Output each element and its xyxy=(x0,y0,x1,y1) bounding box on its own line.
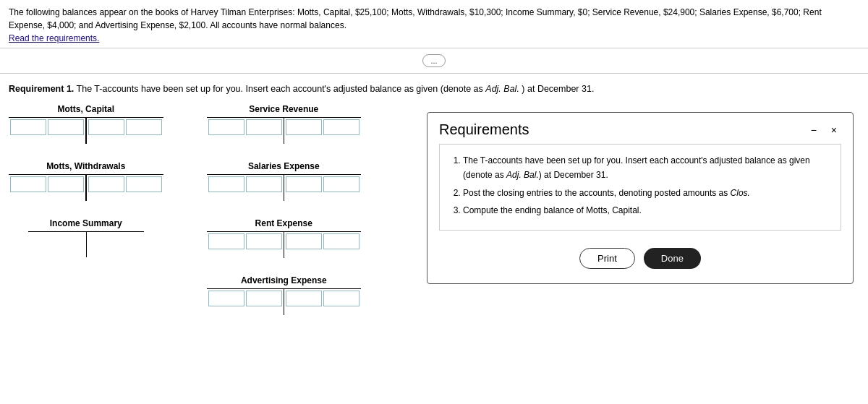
dialog-footer: Print Done xyxy=(427,242,853,283)
dialog-title: Requirements xyxy=(439,121,529,138)
dialog-item-1: The T-accounts have been set up for you.… xyxy=(463,153,829,183)
salaries-expense-left xyxy=(207,175,284,194)
dialog-minimize-button[interactable]: − xyxy=(807,123,821,137)
advertising-expense-t-line xyxy=(207,288,362,315)
t-account-service-revenue: Service Revenue xyxy=(207,104,362,144)
motts-capital-left xyxy=(9,118,85,137)
dialog-item-2: Post the closing entries to the accounts… xyxy=(463,186,829,200)
motts-capital-title: Motts, Capital xyxy=(57,104,114,114)
motts-capital-t-line xyxy=(9,117,163,144)
motts-withdrawals-right xyxy=(87,175,163,194)
rent-expense-right-2[interactable] xyxy=(323,233,359,249)
service-revenue-right-1[interactable] xyxy=(286,119,322,135)
salaries-expense-t-line xyxy=(207,174,362,201)
ellipsis-button[interactable]: ... xyxy=(422,54,445,67)
motts-withdrawals-t-line xyxy=(9,174,163,201)
dialog-item-3: Compute the ending balance of Motts, Cap… xyxy=(463,203,829,218)
done-button[interactable]: Done xyxy=(644,248,701,269)
advertising-expense-left-2[interactable] xyxy=(246,291,282,306)
salaries-expense-left-1[interactable] xyxy=(208,176,244,192)
requirements-dialog: Requirements − × The T-accounts have bee… xyxy=(427,112,854,284)
motts-withdrawals-left-2[interactable] xyxy=(48,176,84,192)
income-summary-t-structure xyxy=(28,231,144,257)
rent-expense-left xyxy=(207,232,284,251)
service-revenue-right xyxy=(284,118,361,137)
dialog-controls: − × xyxy=(807,123,841,137)
salaries-expense-right-2[interactable] xyxy=(323,176,359,192)
rent-expense-right xyxy=(284,232,361,251)
left-column: Motts, Capital Motts, Withdrawals xyxy=(9,104,163,315)
rent-expense-left-1[interactable] xyxy=(208,233,244,249)
motts-withdrawals-left-1[interactable] xyxy=(10,176,46,192)
t-account-motts-capital: Motts, Capital xyxy=(9,104,163,144)
motts-withdrawals-right-2[interactable] xyxy=(126,176,162,192)
print-button[interactable]: Print xyxy=(579,248,635,269)
advertising-expense-right-2[interactable] xyxy=(323,291,359,306)
income-summary-vertical xyxy=(86,232,88,257)
t-account-advertising-expense: Advertising Expense xyxy=(207,275,362,315)
service-revenue-left xyxy=(207,118,284,137)
rent-expense-t-line xyxy=(207,231,362,258)
motts-capital-left-1[interactable] xyxy=(10,119,46,135)
motts-capital-right-1[interactable] xyxy=(88,119,124,135)
motts-capital-right xyxy=(87,118,163,137)
requirement1-label: Requirement 1. The T-accounts have been … xyxy=(9,84,859,94)
motts-withdrawals-title: Motts, Withdrawals xyxy=(46,161,125,171)
advertising-expense-title: Advertising Expense xyxy=(241,275,327,285)
description-text: The following balances appear on the boo… xyxy=(9,6,859,32)
advertising-expense-left xyxy=(207,289,284,308)
service-revenue-right-2[interactable] xyxy=(323,119,359,135)
salaries-expense-right xyxy=(284,175,361,194)
motts-capital-left-2[interactable] xyxy=(48,119,84,135)
dialog-header: Requirements − × xyxy=(427,113,853,144)
motts-withdrawals-left xyxy=(9,175,85,194)
rent-expense-right-1[interactable] xyxy=(286,233,322,249)
service-revenue-left-2[interactable] xyxy=(246,119,282,135)
t-account-rent-expense: Rent Expense xyxy=(207,218,362,258)
right-column: Service Revenue Salaries Expense xyxy=(207,104,362,315)
header-section: The following balances appear on the boo… xyxy=(0,0,868,48)
salaries-expense-right-1[interactable] xyxy=(286,176,322,192)
advertising-expense-right-1[interactable] xyxy=(286,291,322,306)
motts-withdrawals-right-1[interactable] xyxy=(88,176,124,192)
dialog-close-button[interactable]: × xyxy=(827,123,841,137)
advertising-expense-left-1[interactable] xyxy=(208,291,244,306)
requirements-link[interactable]: Read the requirements. xyxy=(9,33,99,43)
salaries-expense-title: Salaries Expense xyxy=(248,161,320,171)
motts-capital-right-2[interactable] xyxy=(126,119,162,135)
rent-expense-title: Rent Expense xyxy=(255,218,312,228)
salaries-expense-left-2[interactable] xyxy=(246,176,282,192)
divider-row: ... xyxy=(0,48,868,74)
service-revenue-t-line xyxy=(207,117,362,144)
service-revenue-left-1[interactable] xyxy=(208,119,244,135)
t-account-motts-withdrawals: Motts, Withdrawals xyxy=(9,161,163,201)
advertising-expense-right xyxy=(284,289,361,308)
income-summary-title: Income Summary xyxy=(50,218,122,228)
service-revenue-title: Service Revenue xyxy=(249,104,318,114)
t-account-salaries-expense: Salaries Expense xyxy=(207,161,362,201)
dialog-body: The T-accounts have been set up for you.… xyxy=(439,144,841,231)
rent-expense-left-2[interactable] xyxy=(246,233,282,249)
t-account-income-summary: Income Summary xyxy=(9,218,163,257)
